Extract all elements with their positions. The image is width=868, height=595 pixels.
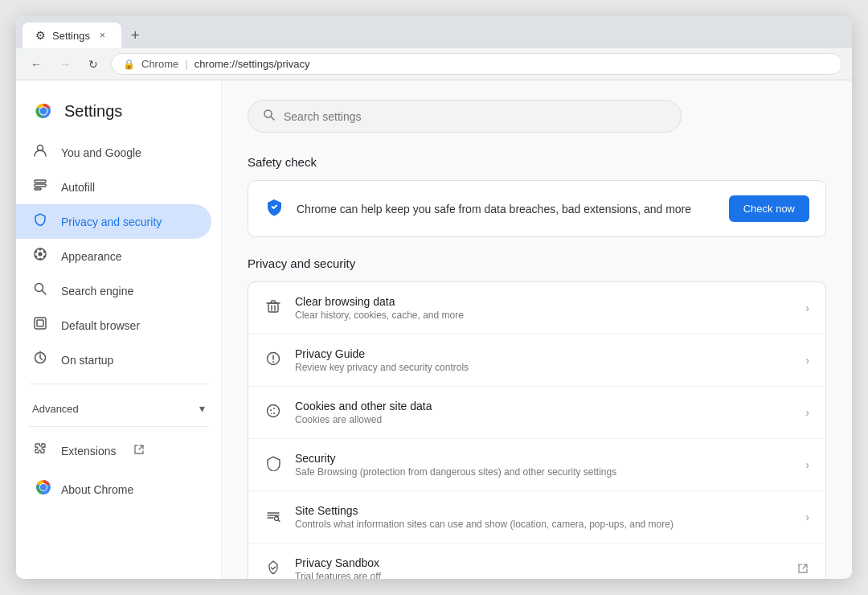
url-lock-icon: 🔒 (123, 59, 135, 70)
tab-bar: ⚙ Settings × + (16, 16, 852, 48)
sidebar-item-label: You and Google (61, 146, 141, 159)
clear-browsing-data-item[interactable]: Clear browsing data Clear history, cooki… (248, 282, 825, 334)
about-chrome-icon (32, 476, 48, 503)
svg-point-13 (39, 258, 42, 261)
svg-rect-7 (35, 188, 41, 190)
privacy-guide-icon (264, 351, 282, 371)
site-settings-subtitle: Controls what information sites can use … (295, 519, 792, 530)
active-tab[interactable]: ⚙ Settings × (23, 23, 121, 48)
clear-browsing-arrow: › (805, 302, 809, 314)
check-now-button[interactable]: Check now (729, 195, 809, 222)
extensions-external-link-icon (133, 444, 145, 458)
default-browser-icon (32, 316, 48, 334)
url-path-label: chrome://settings/privacy (194, 58, 310, 70)
svg-point-11 (43, 251, 46, 253)
svg-point-31 (273, 412, 275, 414)
sidebar-item-label: Search engine (61, 285, 133, 298)
url-site-label: Chrome (141, 58, 178, 70)
advanced-chevron-icon: ▾ (199, 402, 205, 415)
clear-browsing-data-text: Clear browsing data Clear history, cooki… (295, 295, 792, 321)
sidebar-item-privacy-and-security[interactable]: Privacy and security (16, 204, 211, 239)
autofill-icon (32, 178, 48, 196)
sidebar-item-autofill[interactable]: Autofill (16, 170, 211, 204)
svg-rect-5 (35, 180, 46, 183)
svg-point-9 (39, 252, 43, 256)
extensions-icon (32, 441, 48, 460)
cookies-text: Cookies and other site data Cookies are … (295, 400, 792, 425)
security-arrow: › (805, 458, 809, 471)
privacy-guide-arrow: › (805, 354, 809, 367)
privacy-sandbox-title: Privacy Sandbox (295, 556, 784, 569)
sidebar-item-label: Appearance (61, 250, 122, 263)
privacy-guide-title: Privacy Guide (295, 347, 792, 360)
forward-button[interactable]: → (55, 55, 76, 74)
tab-title: Settings (52, 30, 90, 42)
url-bar[interactable]: 🔒 Chrome | chrome://settings/privacy (111, 53, 842, 75)
appearance-icon (32, 247, 48, 265)
security-icon (264, 455, 282, 475)
sidebar-divider (29, 384, 208, 384)
settings-content: Safety check Chrome can help keep you sa… (222, 80, 852, 579)
security-title: Security (295, 452, 792, 465)
sidebar-item-label: Default browser (61, 319, 140, 332)
clear-browsing-icon (264, 298, 282, 318)
tab-close-button[interactable]: × (96, 28, 108, 43)
sidebar-item-label: About Chrome (61, 483, 133, 496)
sidebar-divider-2 (29, 426, 208, 427)
svg-point-14 (35, 256, 37, 258)
sidebar-item-label: Autofill (61, 181, 95, 194)
cookies-icon (264, 403, 282, 423)
search-icon (263, 109, 276, 124)
svg-point-30 (273, 408, 275, 409)
on-startup-icon (32, 351, 48, 369)
svg-point-23 (40, 484, 47, 490)
privacy-security-title: Privacy and security (248, 256, 826, 270)
sidebar-item-on-startup[interactable]: On startup (16, 343, 211, 377)
reload-button[interactable]: ↻ (84, 55, 103, 74)
privacy-guide-item[interactable]: Privacy Guide Review key privacy and sec… (248, 334, 825, 387)
browser-window: ⚙ Settings × + ← → ↻ 🔒 Chrome | chrome:/… (16, 16, 852, 579)
sidebar-item-default-browser[interactable]: Default browser (16, 308, 211, 343)
privacy-sandbox-item[interactable]: Privacy Sandbox Trial features are off (248, 544, 825, 579)
privacy-guide-subtitle: Review key privacy and security controls (295, 362, 792, 373)
site-settings-item[interactable]: Site Settings Controls what information … (248, 491, 825, 544)
svg-rect-25 (268, 303, 278, 312)
tab-favicon: ⚙ (35, 29, 46, 42)
sidebar-header: Settings (16, 93, 221, 135)
address-bar: ← → ↻ 🔒 Chrome | chrome://settings/priva… (16, 48, 852, 80)
sidebar-item-extensions[interactable]: Extensions (16, 433, 211, 468)
privacy-sandbox-icon (264, 560, 282, 580)
sidebar-item-you-and-google[interactable]: You and Google (16, 135, 211, 170)
advanced-label: Advanced (32, 403, 79, 415)
privacy-sandbox-external-link-icon (796, 562, 809, 577)
privacy-guide-text: Privacy Guide Review key privacy and sec… (295, 347, 792, 373)
cookies-item[interactable]: Cookies and other site data Cookies are … (248, 387, 825, 439)
svg-point-29 (270, 409, 272, 411)
cookies-title: Cookies and other site data (295, 400, 792, 412)
safety-check-card: Chrome can help keep you safe from data … (248, 180, 826, 237)
site-settings-text: Site Settings Controls what information … (295, 504, 792, 530)
main-content: Settings You and Google Autofill Privacy… (16, 80, 852, 579)
privacy-security-icon (32, 212, 48, 231)
safety-check-text: Chrome can help keep you safe from data … (297, 203, 716, 215)
security-subtitle: Safe Browsing (protection from dangerous… (295, 466, 792, 478)
search-bar[interactable] (248, 100, 682, 133)
sidebar-item-label: On startup (61, 354, 113, 367)
svg-point-28 (268, 404, 280, 416)
sidebar: Settings You and Google Autofill Privacy… (16, 80, 222, 579)
new-tab-button[interactable]: + (125, 24, 146, 47)
clear-browsing-title: Clear browsing data (295, 295, 792, 308)
security-item[interactable]: Security Safe Browsing (protection from … (248, 439, 825, 491)
advanced-section-label[interactable]: Advanced ▾ (16, 391, 221, 420)
sidebar-item-about-chrome[interactable]: About Chrome (16, 468, 211, 511)
sidebar-item-search-engine[interactable]: Search engine (16, 273, 211, 308)
sidebar-item-appearance[interactable]: Appearance (16, 239, 211, 273)
search-engine-icon (32, 281, 48, 300)
security-text: Security Safe Browsing (protection from … (295, 452, 792, 478)
sidebar-item-label: Privacy and security (61, 215, 162, 228)
back-button[interactable]: ← (26, 55, 47, 74)
svg-rect-17 (35, 318, 46, 329)
search-input[interactable] (284, 110, 666, 123)
url-separator: | (185, 58, 187, 70)
privacy-sandbox-text: Privacy Sandbox Trial features are off (295, 556, 784, 579)
